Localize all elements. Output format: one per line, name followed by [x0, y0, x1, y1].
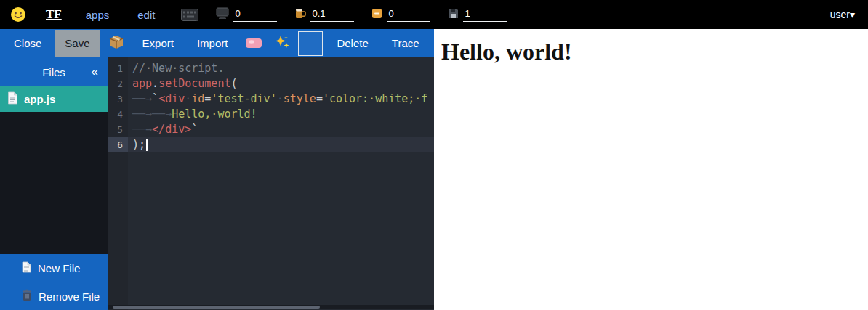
- nav-link-edit[interactable]: edit: [137, 9, 155, 21]
- code-token: </div>: [152, 123, 191, 136]
- floppy-value-input[interactable]: [463, 8, 507, 22]
- editor-line[interactable]: 5──→</div>`: [108, 122, 434, 137]
- beer-value-input[interactable]: [310, 8, 354, 22]
- file-icon: [7, 91, 18, 107]
- code-token: ·: [277, 92, 284, 105]
- remove-file-label: Remove File: [39, 290, 100, 303]
- code-token: ──→: [132, 123, 152, 136]
- code-token: setDocument: [158, 77, 230, 90]
- code-token: id: [191, 92, 204, 105]
- editor-line[interactable]: 4──→──→Hello,·world!: [108, 107, 434, 122]
- beer-icon: [294, 7, 306, 22]
- code-token: );: [132, 138, 145, 151]
- editor-line[interactable]: 3──→`<div·id='test-div'·style='color:·wh…: [108, 91, 434, 107]
- topbar: TF apps edit user▾: [0, 0, 868, 29]
- code-token: `: [152, 92, 158, 105]
- code-token: .: [152, 77, 158, 90]
- sparkles-icon: [274, 34, 290, 52]
- package-button[interactable]: [104, 30, 129, 57]
- scrollbar-thumb[interactable]: [113, 306, 320, 309]
- code-line: //·New·script.: [128, 61, 434, 76]
- horizontal-scrollbar[interactable]: [108, 305, 434, 309]
- remove-file-button[interactable]: Remove File: [0, 282, 108, 310]
- new-file-button[interactable]: New File: [0, 254, 108, 282]
- line-number[interactable]: 4: [108, 107, 128, 122]
- blank-button[interactable]: [298, 31, 323, 56]
- export-button[interactable]: Export: [133, 30, 183, 57]
- line-number[interactable]: 1: [108, 61, 128, 76]
- save-button[interactable]: Save: [55, 30, 99, 57]
- soap-icon: [245, 36, 262, 51]
- files-sidebar: Files « app.js New File Remove File: [0, 57, 108, 310]
- trace-button[interactable]: Trace: [382, 30, 429, 57]
- files-panel-header: Files «: [0, 57, 108, 86]
- brand-link[interactable]: TF: [46, 7, 62, 22]
- preview-heading: Hello, world!: [441, 38, 868, 65]
- user-menu[interactable]: user▾: [830, 9, 855, 20]
- code-line: ──→──→Hello,·world!: [128, 107, 434, 122]
- soap-button[interactable]: [241, 30, 266, 57]
- code-token: ·: [185, 92, 191, 105]
- package-icon: [108, 34, 125, 52]
- badge-icon: [371, 8, 382, 22]
- code-token: <div: [158, 92, 185, 105]
- delete-button[interactable]: Delete: [327, 30, 377, 57]
- close-button[interactable]: Close: [4, 30, 51, 57]
- code-token: =: [316, 92, 323, 105]
- code-token: 'test-div': [211, 92, 276, 105]
- line-number[interactable]: 6: [108, 137, 128, 152]
- code-token: `: [191, 123, 198, 136]
- file-item-appjs[interactable]: app.js: [0, 86, 108, 112]
- new-file-icon: [22, 261, 31, 275]
- code-line: );: [128, 137, 434, 152]
- code-line: app.setDocument(: [128, 76, 434, 91]
- field-beer: [294, 7, 354, 22]
- code-token: style: [284, 92, 316, 105]
- code-line: ──→`<div·id='test-div'·style='color:·whi…: [128, 91, 434, 107]
- import-button[interactable]: Import: [188, 30, 238, 57]
- trash-icon: [22, 289, 32, 303]
- collapse-sidebar-button[interactable]: «: [92, 57, 98, 86]
- line-number[interactable]: 3: [108, 91, 128, 107]
- badge-value-input[interactable]: [387, 8, 430, 22]
- line-number[interactable]: 2: [108, 76, 128, 91]
- code-line: ──→</div>`: [128, 122, 434, 137]
- code-token: ──→: [132, 92, 152, 105]
- field-monitor: [216, 7, 277, 22]
- floppy-icon: [448, 8, 459, 22]
- smiley-logo-icon[interactable]: [10, 7, 26, 23]
- sparkles-button[interactable]: [270, 30, 294, 57]
- editor-line[interactable]: 6);: [108, 137, 434, 152]
- editor-toolbar: Close Save Export Import Delete Trace: [0, 29, 434, 57]
- field-badge: [371, 8, 430, 22]
- nav-link-apps[interactable]: apps: [86, 9, 110, 21]
- files-panel-title: Files: [42, 66, 65, 78]
- code-token: app: [132, 77, 152, 90]
- code-token: 'color:·white;·f: [323, 92, 428, 105]
- text-cursor: [146, 139, 148, 151]
- editor-line[interactable]: 1//·New·script.: [108, 61, 434, 76]
- code-token: Hello,·world!: [172, 107, 257, 121]
- editor-lines: 1//·New·script.2app.setDocument(3──→`<di…: [108, 57, 434, 152]
- file-list-empty-area: [0, 112, 108, 254]
- field-floppy: [448, 8, 507, 22]
- code-token: ──→──→: [132, 107, 172, 121]
- code-token: (: [230, 77, 237, 90]
- editor-line[interactable]: 2app.setDocument(: [108, 76, 434, 91]
- monitor-value-input[interactable]: [233, 8, 277, 22]
- monitor-icon: [216, 7, 229, 22]
- new-file-label: New File: [38, 262, 80, 274]
- preview-pane: Hello, world!: [434, 29, 868, 310]
- keyboard-icon[interactable]: [181, 9, 198, 21]
- code-token: //·New·script.: [132, 62, 224, 75]
- code-editor[interactable]: 1//·New·script.2app.setDocument(3──→`<di…: [108, 57, 434, 310]
- file-name: app.js: [24, 93, 55, 105]
- line-number[interactable]: 5: [108, 122, 128, 137]
